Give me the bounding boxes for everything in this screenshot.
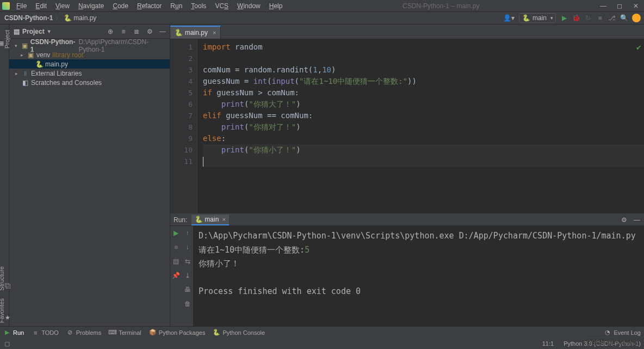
chevron-down-icon: ▼	[47, 29, 52, 34]
problems-icon: ⊘	[66, 329, 74, 336]
editor-tab-main[interactable]: 🐍 main.py ×	[170, 26, 221, 39]
favorites-tab-icon: ★	[5, 314, 10, 321]
add-configuration-icon[interactable]: 👤▾	[503, 14, 515, 22]
print-icon[interactable]: 🖶	[184, 286, 191, 293]
project-tree[interactable]: ▾ ▣ CSDN-Python-1 D:\App\Pycharm\CSDN-Py…	[9, 39, 170, 89]
collapse-all-icon[interactable]: ≣	[133, 28, 140, 35]
bottom-tab-run[interactable]: ▶Run	[3, 329, 24, 336]
menu-refactor[interactable]: Refactor	[133, 1, 166, 11]
menu-run[interactable]: Run	[166, 1, 187, 11]
navigation-bar: CSDN-Python-1 〉 🐍 main.py 👤▾ 🐍 main ▶ 🐞 …	[0, 12, 644, 25]
menu-edit[interactable]: Edit	[31, 1, 51, 11]
expand-toggle-icon[interactable]: ▾	[14, 43, 18, 48]
python-file-icon: 🐍	[35, 60, 43, 68]
select-opened-file-icon[interactable]: ⊕	[107, 28, 114, 35]
close-tab-icon[interactable]: ×	[213, 29, 216, 36]
folder-icon: ▣	[21, 42, 28, 50]
tree-scratches[interactable]: ◧ Scratches and Consoles	[9, 78, 170, 87]
stop-icon[interactable]: ■	[172, 243, 180, 251]
pin-icon[interactable]: 📌	[172, 272, 180, 279]
menu-view[interactable]: View	[51, 1, 74, 11]
todo-icon: ≡	[32, 329, 39, 336]
python-file-icon: 🐍	[64, 14, 71, 22]
bottom-tab-python-console[interactable]: 🐍Python Console	[213, 329, 265, 336]
run-toolbar-primary: ▶ ■ ▤ 📌	[170, 226, 182, 326]
code-editor[interactable]: import random comNum = random.randint(1,…	[197, 39, 644, 213]
close-button[interactable]: ✕	[628, 0, 644, 12]
breadcrumb-project[interactable]: CSDN-Python-1	[4, 14, 53, 22]
status-cursor-position[interactable]: 11:1	[542, 340, 554, 347]
rerun-icon[interactable]: ▶	[172, 229, 180, 237]
console-line: 请在1~10中随便猜一个整数:5	[199, 243, 639, 258]
bottom-tab-problems[interactable]: ⊘Problems	[66, 329, 101, 336]
tree-project-root[interactable]: ▾ ▣ CSDN-Python-1 D:\App\Pycharm\CSDN-Py…	[9, 41, 170, 50]
maximize-button[interactable]: ◻	[611, 0, 628, 12]
bottom-tab-python-packages[interactable]: 📦Python Packages	[149, 329, 206, 336]
folder-icon: ▣	[27, 51, 34, 59]
expand-toggle-icon[interactable]: ▸	[19, 52, 24, 58]
tree-main-file[interactable]: 🐍 main.py	[9, 59, 170, 69]
git-icon[interactable]: ⎇	[608, 14, 616, 22]
editor-tab-strip: 🐍 main.py ×	[170, 25, 644, 39]
layout-icon[interactable]: ▤	[172, 258, 180, 265]
inspection-status-icon[interactable]: ✔	[636, 44, 642, 52]
search-everywhere-icon[interactable]: 🔍	[620, 14, 628, 22]
menu-window[interactable]: Window	[233, 1, 265, 11]
menu-tools[interactable]: Tools	[187, 1, 210, 11]
structure-tab-icon: ⿻	[5, 283, 11, 289]
run-coverage-icon[interactable]: ↻	[584, 14, 592, 22]
expand-all-icon[interactable]: ≡	[120, 28, 127, 35]
settings-icon[interactable]: ⚙	[146, 28, 153, 35]
breadcrumb-file[interactable]: 🐍 main.py	[64, 14, 96, 22]
menu-navigate[interactable]: Navigate	[74, 1, 108, 11]
scroll-icon[interactable]: ⤓	[184, 272, 191, 279]
run-tool-window: Run: 🐍 main × ⚙ — ▶ ■ ▤ 📌	[170, 213, 644, 326]
scratches-icon: ◧	[21, 79, 29, 87]
stop-button[interactable]: ■	[596, 14, 604, 22]
project-panel-title[interactable]: ▤ Project ▼	[13, 28, 52, 35]
menu-vcs[interactable]: VCS	[210, 1, 233, 11]
down-icon[interactable]: ↓	[184, 243, 191, 251]
console-line: 你猜小了！	[199, 257, 639, 271]
run-icon: ▶	[3, 329, 11, 336]
terminal-icon: ⌨	[109, 329, 116, 336]
project-tool-tab[interactable]: ▦ Project	[0, 27, 11, 52]
packages-icon: 📦	[149, 329, 157, 336]
console-output[interactable]: D:\App\Pycharm\CSDN-Python-1\venv\Script…	[193, 226, 644, 326]
run-tool-header: Run: 🐍 main × ⚙ —	[170, 214, 644, 226]
console-line: Process finished with exit code 0	[199, 285, 639, 299]
structure-tool-tab[interactable]: Structure ⿻	[0, 263, 11, 294]
expand-toggle-icon[interactable]: ▸	[14, 71, 19, 76]
trash-icon[interactable]: 🗑	[184, 300, 191, 308]
left-side-tab-strip: ▦ Project Structure ⿻ Favorites ★	[0, 25, 9, 326]
status-python-interpreter[interactable]: Python 3.9 (CSDN-Python-1)	[564, 340, 641, 347]
favorites-tool-tab[interactable]: Favorites ★	[0, 295, 11, 326]
status-bar: ▢ 11:1 Python 3.9 (CSDN-Python-1)	[0, 338, 644, 349]
hide-panel-icon[interactable]: —	[159, 28, 166, 35]
tree-external-libraries[interactable]: ▸ ⫴ External Libraries	[9, 69, 170, 78]
breadcrumb-separator: 〉	[55, 14, 61, 23]
debug-button[interactable]: 🐞	[572, 14, 580, 22]
status-corner-icon[interactable]: ▢	[3, 340, 11, 347]
minimize-button[interactable]: —	[595, 0, 611, 12]
editor-body[interactable]: 1 2 3 4 5 6 7 8 9 10 11 import random co…	[170, 39, 644, 213]
project-tab-icon: ▦	[0, 40, 4, 47]
run-configuration-select[interactable]: 🐍 main	[519, 13, 556, 23]
ide-update-indicator[interactable]	[632, 14, 641, 22]
python-icon: 🐍	[523, 14, 530, 22]
bottom-tab-event-log[interactable]: ◔Event Log	[604, 329, 641, 336]
hide-run-icon[interactable]: —	[633, 216, 641, 224]
run-settings-icon[interactable]: ⚙	[620, 216, 628, 224]
up-icon[interactable]: ↑	[184, 229, 191, 237]
bottom-tab-terminal[interactable]: ⌨Terminal	[109, 329, 141, 336]
wrap-icon[interactable]: ⇆	[184, 258, 191, 265]
close-run-tab-icon[interactable]: ×	[222, 216, 225, 223]
run-button[interactable]: ▶	[560, 14, 568, 22]
run-tab[interactable]: 🐍 main ×	[191, 215, 228, 225]
menu-file[interactable]: FFileile	[12, 1, 31, 11]
bottom-tab-todo[interactable]: ≡TODO	[32, 329, 59, 336]
menu-help[interactable]: Help	[265, 1, 287, 11]
menu-code[interactable]: Code	[108, 1, 133, 11]
console-line: D:\App\Pycharm\CSDN-Python-1\venv\Script…	[199, 229, 639, 243]
python-icon: 🐍	[213, 329, 220, 336]
